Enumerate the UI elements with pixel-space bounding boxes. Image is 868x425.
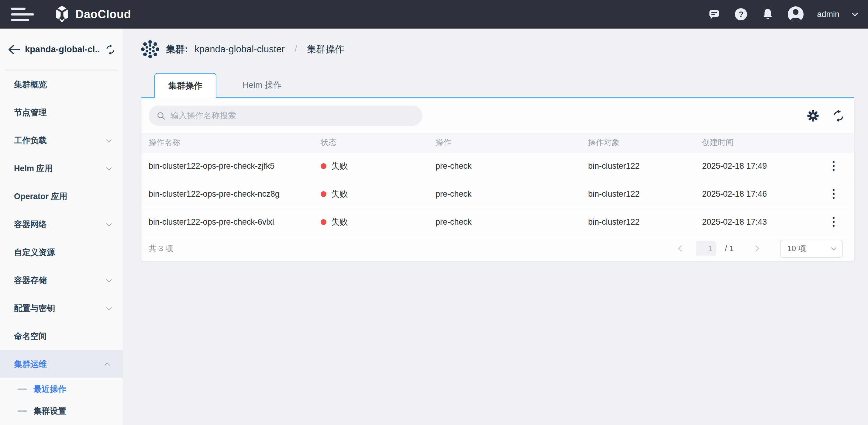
sidebar-subitem-cluster-settings[interactable]: 集群设置: [0, 400, 123, 422]
user-menu-chevron-down-icon[interactable]: [852, 10, 858, 17]
sidebar-item-cluster-overview[interactable]: 集群概览: [0, 70, 123, 98]
username: admin: [817, 10, 839, 19]
col-operation-name: 操作名称: [141, 133, 321, 152]
operation-action: pre-check: [436, 180, 588, 208]
messages-icon[interactable]: [708, 8, 721, 21]
menu-toggle-icon[interactable]: [11, 8, 35, 21]
status-fail-dot-icon: [321, 191, 327, 197]
sidebar-item-workloads[interactable]: 工作负载: [0, 126, 123, 154]
operation-created: 2025-02-18 17:49: [702, 152, 825, 180]
row-actions-kebab-icon[interactable]: [825, 214, 842, 230]
operation-created: 2025-02-18 17:43: [702, 208, 825, 236]
main-content: 集群: kpanda-global-cluster / 集群操作 集群操作 He…: [123, 29, 868, 425]
breadcrumb-current: 集群操作: [307, 43, 344, 56]
topbar: DaoCloud ? admin: [0, 0, 868, 29]
table-row: bin-cluster122-ops-pre-check-ncz8g 失败 pr…: [141, 180, 854, 208]
brand-name: DaoCloud: [75, 8, 131, 21]
table-toolbar: [141, 98, 854, 133]
notifications-icon[interactable]: [761, 8, 774, 21]
dash-icon: [18, 411, 27, 412]
row-actions-kebab-icon[interactable]: [825, 186, 842, 202]
avatar[interactable]: [788, 6, 804, 22]
total-count: 共 3 项: [149, 243, 173, 254]
sidebar-item-container-network[interactable]: 容器网络: [0, 210, 123, 238]
back-icon[interactable]: [7, 44, 20, 55]
operation-action: pre-check: [436, 208, 588, 236]
search-input[interactable]: [170, 111, 414, 120]
daocloud-logo-icon: [54, 5, 70, 23]
tab-helm-operations[interactable]: Helm 操作: [216, 73, 308, 97]
dash-icon: [18, 389, 27, 390]
chevron-down-icon: [106, 305, 112, 310]
sidebar-item-custom-resources[interactable]: 自定义资源: [0, 238, 123, 266]
operation-target: bin-cluster122: [588, 180, 702, 208]
chevron-down-icon: [106, 277, 112, 282]
operation-name: bin-cluster122-ops-pre-check-zjfk5: [141, 152, 321, 180]
sidebar-item-container-storage[interactable]: 容器存储: [0, 266, 123, 294]
operation-created: 2025-02-18 17:46: [702, 180, 825, 208]
sidebar-subitem-recent-operations[interactable]: 最近操作: [0, 378, 123, 400]
brand: DaoCloud: [54, 5, 131, 23]
breadcrumb-cluster-name[interactable]: kpanda-global-cluster: [194, 44, 284, 55]
help-icon[interactable]: ?: [734, 8, 748, 21]
table-footer: 共 3 项 1 / 1 10 项: [141, 236, 854, 261]
operations-table: 操作名称 状态 操作 操作对象 创建时间 bin-cluster122-ops-…: [141, 133, 854, 236]
operation-name: bin-cluster122-ops-pre-check-ncz8g: [141, 180, 321, 208]
table-row: bin-cluster122-ops-pre-check-zjfk5 失败 pr…: [141, 152, 854, 180]
sidebar-item-node-management[interactable]: 节点管理: [0, 98, 123, 126]
sidebar-item-namespaces[interactable]: 命名空间: [0, 322, 123, 350]
operation-action: pre-check: [436, 152, 588, 180]
breadcrumb-prefix: 集群:: [166, 43, 188, 56]
search-box[interactable]: [149, 105, 423, 126]
sidebar-item-cluster-ops[interactable]: 集群运维: [0, 350, 123, 378]
chevron-up-icon: [104, 362, 110, 368]
page-total: / 1: [725, 244, 734, 253]
tab-cluster-operations[interactable]: 集群操作: [154, 73, 216, 98]
col-action: 操作: [436, 133, 588, 152]
next-page-chevron-right-icon[interactable]: [753, 245, 759, 252]
table-row: bin-cluster122-ops-pre-check-6vlxl 失败 pr…: [141, 208, 854, 236]
chevron-down-icon: [106, 137, 112, 142]
cluster-icon: [141, 40, 159, 58]
settings-button[interactable]: [807, 110, 819, 122]
chevron-down-icon: [831, 245, 836, 250]
sidebar: kpanda-global-cl... 集群概览 节点管理 工作负载 Helm …: [0, 29, 123, 425]
switch-cluster-icon[interactable]: [105, 44, 116, 55]
status-fail-dot-icon: [321, 219, 327, 225]
status-badge: 失败: [321, 188, 436, 200]
breadcrumb: 集群: kpanda-global-cluster / 集群操作: [141, 40, 868, 58]
status-fail-dot-icon: [321, 163, 327, 169]
refresh-icon: [832, 110, 845, 122]
operation-target: bin-cluster122: [588, 152, 702, 180]
chevron-down-icon: [106, 221, 112, 226]
pagination: 1 / 1 10 项: [679, 240, 842, 257]
tab-bar: 集群操作 Helm 操作: [141, 73, 854, 97]
operation-target: bin-cluster122: [588, 208, 702, 236]
status-badge: 失败: [321, 216, 436, 227]
sidebar-item-config-secrets[interactable]: 配置与密钥: [0, 294, 123, 322]
page-size-select[interactable]: 10 项: [780, 240, 842, 257]
col-created: 创建时间: [702, 133, 825, 152]
gear-icon: [807, 110, 819, 122]
topbar-actions: ? admin: [708, 6, 857, 22]
cluster-name: kpanda-global-cl...: [25, 44, 100, 54]
search-icon: [157, 111, 166, 120]
page-input[interactable]: 1: [696, 241, 716, 256]
sidebar-item-helm-apps[interactable]: Helm 应用: [0, 154, 123, 182]
sidebar-header: kpanda-global-cl...: [4, 29, 119, 70]
prev-page-chevron-left-icon[interactable]: [678, 245, 684, 252]
sidebar-item-operator-apps[interactable]: Operator 应用: [0, 182, 123, 210]
col-target: 操作对象: [588, 133, 702, 152]
operations-panel: 操作名称 状态 操作 操作对象 创建时间 bin-cluster122-ops-…: [141, 97, 854, 261]
operation-name: bin-cluster122-ops-pre-check-6vlxl: [141, 208, 321, 236]
status-badge: 失败: [321, 160, 436, 172]
chevron-down-icon: [106, 165, 112, 170]
table-header-row: 操作名称 状态 操作 操作对象 创建时间: [141, 133, 854, 152]
refresh-button[interactable]: [832, 110, 845, 122]
col-status: 状态: [321, 133, 436, 152]
breadcrumb-separator: /: [291, 44, 300, 55]
row-actions-kebab-icon[interactable]: [825, 158, 842, 174]
